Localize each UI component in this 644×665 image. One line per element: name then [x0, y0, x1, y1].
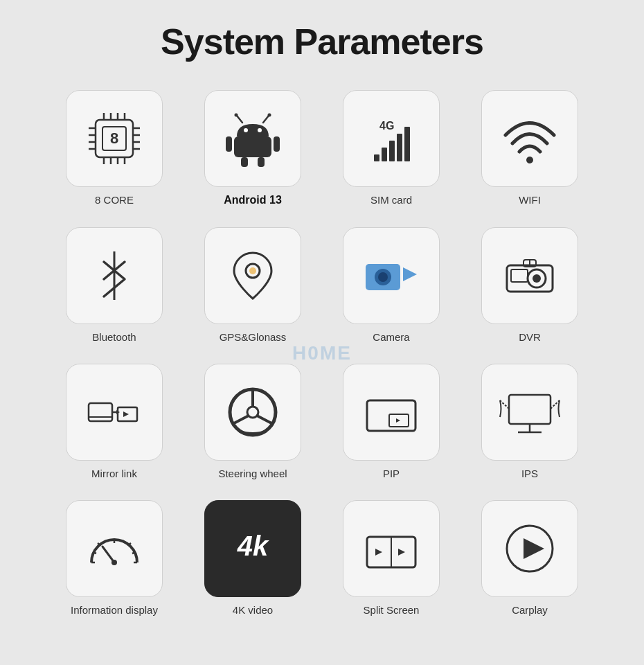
dvr-icon	[499, 245, 561, 307]
svg-marker-63	[396, 418, 400, 423]
label-pip: PIP	[383, 468, 400, 479]
label-camera: Camera	[373, 331, 409, 343]
ips-icon	[499, 381, 561, 443]
icon-box-carplay	[481, 500, 578, 597]
simcard-icon: 4G	[360, 107, 422, 170]
icon-box-simcard: 4G	[343, 90, 440, 187]
svg-point-39	[249, 267, 256, 274]
svg-line-60	[257, 416, 273, 424]
infodisplay-icon	[83, 517, 145, 580]
feature-steering: Steering wheel	[197, 364, 308, 479]
label-bluetooth: Bluetooth	[92, 331, 136, 343]
feature-bluetooth: Bluetooth	[59, 227, 170, 343]
svg-point-22	[268, 114, 271, 117]
svg-point-36	[526, 157, 533, 163]
label-android: Android 13	[224, 194, 282, 206]
label-mirrorlink: Mirror link	[91, 468, 137, 479]
feature-8core: 8 8 CORE	[59, 90, 170, 206]
feature-carplay: Carplay	[474, 500, 585, 616]
feature-4kvideo: 4k 4K video	[197, 500, 308, 616]
label-dvr: DVR	[519, 331, 541, 343]
feature-gps: GPS&Glonass	[197, 227, 308, 343]
splitscreen-icon	[360, 517, 422, 580]
svg-point-20	[235, 114, 238, 117]
8core-icon: 8	[83, 107, 145, 170]
svg-marker-55	[123, 411, 129, 417]
icon-box-4kvideo: 4k	[204, 500, 301, 597]
label-infodisplay: Information display	[71, 604, 158, 616]
svg-marker-81	[375, 549, 382, 556]
icon-box-infodisplay	[66, 500, 163, 597]
feature-mirrorlink: Mirror link	[59, 364, 170, 479]
svg-rect-34	[397, 134, 402, 161]
svg-marker-82	[398, 549, 405, 556]
feature-wifi: WIFI	[474, 90, 585, 206]
svg-line-19	[237, 116, 242, 123]
svg-rect-25	[234, 136, 271, 157]
icon-box-mirrorlink	[66, 364, 163, 461]
svg-rect-35	[404, 127, 410, 161]
svg-point-24	[258, 128, 262, 132]
svg-text:8: 8	[110, 130, 118, 147]
feature-splitscreen: Split Screen	[336, 500, 447, 616]
pip-icon	[360, 381, 422, 443]
svg-point-46	[533, 274, 541, 283]
svg-point-57	[247, 407, 258, 418]
4kvideo-icon: 4k	[222, 517, 284, 580]
wifi-icon	[499, 107, 561, 170]
label-8core: 8 CORE	[95, 194, 134, 206]
svg-marker-84	[524, 538, 544, 559]
svg-point-42	[378, 272, 388, 282]
svg-rect-29	[258, 157, 265, 167]
gps-icon	[222, 245, 284, 307]
svg-line-21	[263, 116, 269, 123]
icon-box-wifi	[481, 90, 578, 187]
svg-rect-47	[511, 269, 528, 282]
features-grid: H0ME	[59, 90, 585, 616]
feature-camera: Camera	[336, 227, 447, 343]
label-ips: IPS	[521, 468, 538, 479]
icon-box-bluetooth	[66, 227, 163, 324]
icon-box-splitscreen	[343, 500, 440, 597]
svg-rect-31	[374, 154, 379, 161]
svg-rect-33	[389, 141, 395, 161]
svg-text:4k: 4k	[237, 531, 269, 561]
feature-ips: IPS	[474, 364, 585, 479]
icon-box-android	[204, 90, 301, 187]
svg-marker-43	[403, 267, 417, 281]
steering-icon	[222, 381, 284, 443]
icon-box-camera	[343, 227, 440, 324]
icon-box-8core: 8	[66, 90, 163, 187]
label-steering: Steering wheel	[218, 468, 287, 479]
label-gps: GPS&Glonass	[220, 331, 287, 343]
watermark: H0ME	[292, 342, 352, 364]
icon-box-dvr	[481, 227, 578, 324]
feature-android: Android 13	[197, 90, 308, 206]
label-simcard: SIM card	[370, 194, 412, 206]
icon-box-pip	[343, 364, 440, 461]
page-title: System Parameters	[161, 21, 483, 62]
svg-rect-27	[274, 136, 280, 152]
icon-box-gps	[204, 227, 301, 324]
svg-rect-32	[382, 148, 387, 161]
mirrorlink-icon	[83, 381, 145, 443]
camera-icon	[360, 245, 422, 307]
svg-point-77	[111, 560, 117, 565]
svg-line-59	[233, 416, 249, 424]
feature-infodisplay: Information display	[59, 500, 170, 616]
svg-rect-64	[509, 395, 551, 424]
android-icon	[222, 107, 284, 170]
svg-rect-50	[89, 403, 112, 421]
svg-point-23	[244, 128, 248, 132]
label-4kvideo: 4K video	[233, 604, 273, 616]
svg-line-76	[102, 547, 114, 562]
label-wifi: WIFI	[519, 194, 541, 206]
feature-simcard: 4G SIM card	[336, 90, 447, 206]
icon-box-steering	[204, 364, 301, 461]
svg-rect-26	[226, 136, 232, 152]
svg-text:4G: 4G	[379, 120, 394, 132]
bluetooth-icon	[83, 245, 145, 307]
feature-dvr: DVR	[474, 227, 585, 343]
label-splitscreen: Split Screen	[364, 604, 420, 616]
feature-pip: PIP	[336, 364, 447, 479]
